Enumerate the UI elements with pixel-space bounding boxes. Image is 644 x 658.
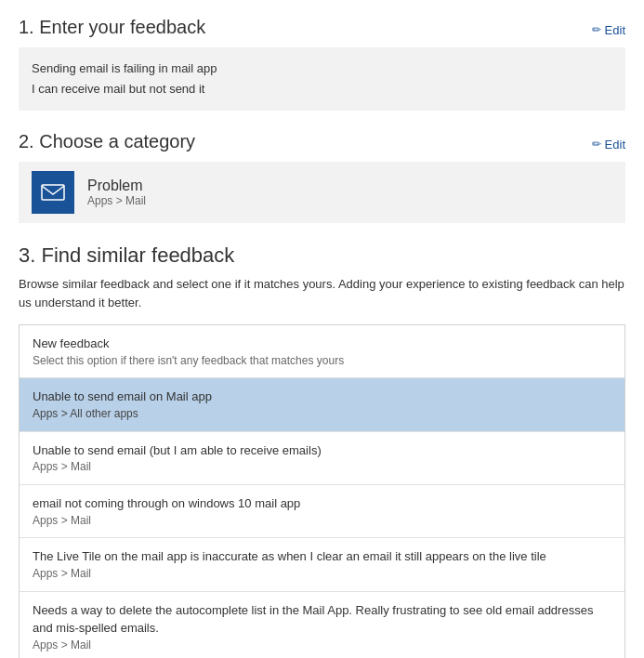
feedback-item-live-tile[interactable]: The Live Tile on the mail app is inaccur… xyxy=(20,538,624,591)
edit-pencil-icon-2: ✏ xyxy=(592,138,601,151)
step1-edit-link[interactable]: ✏ Edit xyxy=(592,23,625,37)
category-type: Problem xyxy=(87,178,146,194)
feedback-item-email-not-coming[interactable]: email not coming through on windows 10 m… xyxy=(20,485,624,538)
step2-edit-label: Edit xyxy=(605,138,625,151)
similar-feedback-list: New feedbackSelect this option if there … xyxy=(19,324,625,658)
feedback-item-subtitle-new: Select this option if there isn't any fe… xyxy=(33,353,611,369)
step2-edit-link[interactable]: ✏ Edit xyxy=(592,138,625,151)
step1-header: 1. Enter your feedback ✏ Edit xyxy=(19,17,625,38)
step1-title: 1. Enter your feedback xyxy=(19,17,205,38)
svg-rect-0 xyxy=(42,185,64,200)
step1-edit-label: Edit xyxy=(605,23,625,37)
feedback-item-subtitle-autocomplete: Apps > Mail xyxy=(33,638,611,653)
step3-title: 3. Find similar feedback xyxy=(19,243,625,268)
feedback-item-autocomplete[interactable]: Needs a way to delete the autocomplete l… xyxy=(20,592,624,658)
feedback-line-2: I can receive mail but not send it xyxy=(32,79,612,99)
step3-description: Browse similar feedback and select one i… xyxy=(19,275,625,311)
feedback-item-unable-send-mail[interactable]: Unable to send email on Mail appApps > A… xyxy=(20,378,624,431)
feedback-items-container: New feedbackSelect this option if there … xyxy=(19,324,625,658)
feedback-item-title-new: New feedback xyxy=(33,335,611,353)
category-text: Problem Apps > Mail xyxy=(87,178,146,207)
feedback-item-new[interactable]: New feedbackSelect this option if there … xyxy=(20,325,624,378)
feedback-item-subtitle-email-not-coming: Apps > Mail xyxy=(33,513,611,529)
step2-header: 2. Choose a category ✏ Edit xyxy=(19,131,625,152)
category-mail-icon xyxy=(32,171,74,214)
feedback-item-title-unable-send-mail: Unable to send email on Mail app xyxy=(33,388,611,406)
feedback-item-title-email-not-coming: email not coming through on windows 10 m… xyxy=(33,494,611,513)
feedback-item-title-live-tile: The Live Tile on the mail app is inaccur… xyxy=(33,547,611,566)
feedback-line-1: Sending email is failing in mail app xyxy=(32,59,612,79)
feedback-item-subtitle-unable-send-mail: Apps > All other apps xyxy=(33,406,611,422)
feedback-item-title-unable-send-receive: Unable to send email (but I am able to r… xyxy=(33,441,611,460)
step1-feedback-box: Sending email is failing in mail app I c… xyxy=(19,47,625,111)
step2-title: 2. Choose a category xyxy=(19,131,195,152)
feedback-item-title-autocomplete: Needs a way to delete the autocomplete l… xyxy=(33,601,611,638)
edit-pencil-icon: ✏ xyxy=(592,23,601,36)
category-box: Problem Apps > Mail xyxy=(19,162,625,223)
feedback-item-subtitle-live-tile: Apps > Mail xyxy=(33,566,611,582)
feedback-item-unable-send-receive[interactable]: Unable to send email (but I am able to r… xyxy=(20,432,624,485)
feedback-item-subtitle-unable-send-receive: Apps > Mail xyxy=(33,459,611,475)
category-path: Apps > Mail xyxy=(87,194,146,207)
